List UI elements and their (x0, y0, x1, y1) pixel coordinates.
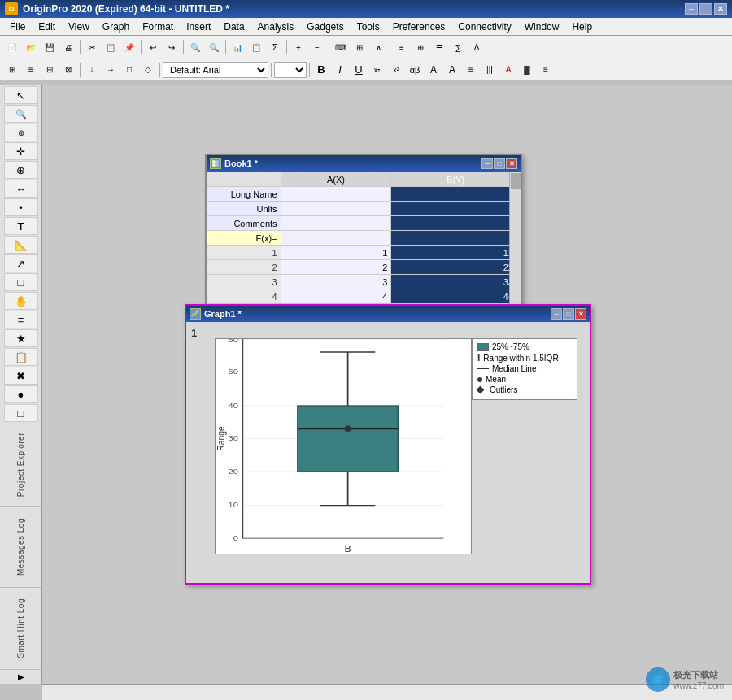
italic-btn[interactable]: I (331, 61, 349, 79)
tool-zoom2[interactable]: ⊕ (4, 124, 38, 141)
graph1-close[interactable]: ✕ (575, 308, 586, 320)
subscript-btn[interactable]: x₂ (368, 61, 386, 79)
tb-new[interactable]: 📄 (3, 38, 21, 56)
align-btn[interactable]: ≡ (462, 61, 480, 79)
menu-connectivity[interactable]: Connectivity (451, 20, 517, 34)
tb-func[interactable]: Σ (266, 38, 284, 56)
more-btn[interactable]: ||| (481, 61, 499, 79)
font-size-select[interactable] (274, 62, 307, 78)
tool-text[interactable]: T (4, 217, 38, 235)
tool-select[interactable]: ↖ (4, 86, 38, 104)
menu-file[interactable]: File (3, 20, 32, 34)
graph1-restore[interactable]: □ (563, 308, 574, 320)
tb-graph[interactable]: 📊 (229, 38, 246, 56)
tb-print[interactable]: 🖨 (59, 38, 77, 56)
misc-btn[interactable]: ≡ (537, 61, 555, 79)
cell-b-2[interactable]: 22 (391, 260, 521, 275)
tool-crosshair[interactable]: ✛ (4, 142, 38, 160)
tool-circle[interactable]: ● (4, 385, 38, 403)
data-row-2[interactable]: 2 2 22 (207, 260, 521, 275)
col-a-header[interactable]: A(X) (281, 172, 391, 187)
tool-measure[interactable]: 📐 (4, 236, 38, 254)
tab-smart-hint[interactable]: Smart Hint Log (0, 587, 41, 669)
data-row-4[interactable]: 4 4 44 (207, 289, 521, 304)
tb-table[interactable]: 📋 (247, 38, 265, 56)
bold-btn[interactable]: B (312, 61, 330, 79)
tb-save[interactable]: 💾 (41, 38, 59, 56)
menu-edit[interactable]: Edit (32, 20, 62, 34)
tool-zoom[interactable]: 🔍 (4, 105, 38, 123)
menu-window[interactable]: Window (518, 20, 566, 34)
minimize-btn[interactable]: ─ (685, 3, 698, 15)
cell-a-1[interactable]: 1 (281, 246, 391, 260)
menu-preferences[interactable]: Preferences (386, 20, 452, 34)
data-row-1[interactable]: 1 1 11 (207, 246, 521, 260)
tb-misc2[interactable]: ⊕ (412, 38, 429, 56)
tb-misc4[interactable]: ∑ (449, 38, 467, 56)
cell-a-4[interactable]: 4 (281, 289, 391, 304)
tb2-5[interactable]: ↓ (83, 61, 101, 79)
bg-btn[interactable]: ▓ (518, 61, 536, 79)
tool-arrow[interactable]: ↗ (4, 254, 38, 272)
maximize-btn[interactable]: □ (699, 3, 712, 15)
tb-paste[interactable]: 📌 (120, 38, 138, 56)
tool-pan[interactable]: ⊕ (4, 161, 38, 179)
tool-pick[interactable]: ↔ (4, 180, 38, 198)
menu-view[interactable]: View (62, 20, 96, 34)
tb2-1[interactable]: ⊞ (3, 61, 21, 79)
tab-messages-log[interactable]: Messages Log (0, 506, 41, 588)
graph1-minimize[interactable]: ─ (551, 308, 562, 320)
tb-undo[interactable]: ↩ (144, 38, 162, 56)
cell-a-2[interactable]: 2 (281, 260, 391, 275)
sidebar-collapse-btn[interactable]: ▶ (0, 669, 41, 684)
menu-insert[interactable]: Insert (180, 20, 217, 34)
tb-zoom-in[interactable]: 🔍 (186, 38, 204, 56)
menu-analysis[interactable]: Analysis (251, 20, 301, 34)
book1-minimize[interactable]: ─ (481, 158, 493, 169)
cell-b-3[interactable]: 33 (391, 275, 521, 289)
tb-zoom-out[interactable]: 🔍 (205, 38, 223, 56)
menu-data[interactable]: Data (217, 20, 251, 34)
tb-redo[interactable]: ↪ (163, 38, 181, 56)
tool-notes[interactable]: 📋 (4, 348, 38, 366)
tb2-7[interactable]: □ (120, 61, 138, 79)
tool-rotate[interactable]: • (4, 198, 38, 216)
tb-misc1[interactable]: ≡ (393, 38, 411, 56)
tb-open[interactable]: 📂 (22, 38, 40, 56)
tb-misc3[interactable]: ☰ (430, 38, 448, 56)
tb-fit[interactable]: ⊞ (351, 38, 368, 56)
tb2-4[interactable]: ⊠ (59, 61, 77, 79)
greek-btn[interactable]: αβ (406, 61, 424, 79)
cell-b-1[interactable]: 11 (391, 246, 521, 260)
tb2-6[interactable]: → (102, 61, 120, 79)
tab-project-explorer[interactable]: Project Explorer (0, 424, 41, 506)
font-name-select[interactable]: Default: Arial (163, 62, 268, 78)
tool-sq2[interactable]: □ (4, 404, 38, 422)
cell-b-4[interactable]: 44 (391, 289, 521, 304)
tb2-2[interactable]: ≡ (22, 61, 40, 79)
menu-format[interactable]: Format (136, 20, 180, 34)
tb-peak[interactable]: ∧ (369, 38, 387, 56)
menu-graph[interactable]: Graph (96, 20, 136, 34)
underline-btn[interactable]: U (350, 61, 368, 79)
tool-list1[interactable]: ≡ (4, 311, 38, 328)
tb2-3[interactable]: ⊟ (41, 61, 59, 79)
book1-titlebar[interactable]: Book1 * ─ □ ✕ (207, 155, 521, 172)
book1-scrollbar[interactable] (509, 172, 521, 319)
plot-area[interactable]: 0 10 20 30 40 50 (215, 338, 472, 554)
scrollbar-thumb[interactable] (511, 173, 521, 189)
tool-x[interactable]: ✖ (4, 367, 38, 385)
graph1-titlebar[interactable]: Graph1 * ─ □ ✕ (186, 306, 590, 322)
menu-help[interactable]: Help (565, 20, 599, 34)
tool-star[interactable]: ★ (4, 329, 38, 347)
tb-add-col[interactable]: + (290, 38, 307, 56)
menu-gadgets[interactable]: Gadgets (300, 20, 350, 34)
tool-hand[interactable]: ✋ (4, 292, 38, 310)
color-btn[interactable]: A (499, 61, 517, 79)
close-btn[interactable]: ✕ (714, 3, 727, 15)
fontA2-btn[interactable]: A (443, 61, 461, 79)
superscript-btn[interactable]: x² (387, 61, 405, 79)
fontA-btn[interactable]: A (425, 61, 442, 79)
tb2-8[interactable]: ◇ (139, 61, 157, 79)
tb-misc5[interactable]: Δ (468, 38, 486, 56)
